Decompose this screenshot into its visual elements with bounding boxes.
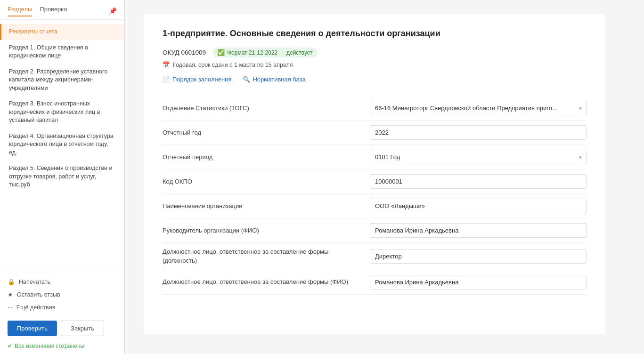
director-label: Руководитель организации (ФИО): [163, 226, 360, 235]
org-name-input-wrap: [370, 199, 587, 213]
status-text: Формат 21-12-2022 — действует: [227, 49, 313, 56]
field-org-name: Наименование организации: [163, 194, 587, 218]
form-title: 1-предприятие. Основные сведения о деяте…: [163, 28, 587, 39]
check-icon: ✔: [8, 343, 12, 349]
nav-item-razdel4[interactable]: Раздел 4. Организационная структура юрид…: [0, 129, 124, 161]
period-label: Отчетный период: [163, 153, 360, 161]
status-badge: ✅ Формат 21-12-2022 — действует: [212, 48, 318, 57]
field-okpo: Код ОКПО: [163, 169, 587, 194]
official-name-label: Должностное лицо, ответственное за соста…: [163, 278, 360, 286]
print-icon: 🔒: [8, 278, 15, 285]
close-button[interactable]: Закрыть: [61, 321, 104, 336]
doc-icon: 📄: [163, 76, 170, 83]
save-status: ✔ Все изменения сохранены: [0, 341, 124, 354]
field-official-title: Должностное лицо, ответственное за соста…: [163, 243, 587, 270]
official-title-input-wrap: [370, 249, 587, 264]
form-fields: Отделение Статистики (ТОГС) 66-16 Минагр…: [163, 96, 587, 294]
okpo-label: Код ОКПО: [163, 177, 360, 186]
save-status-text: Все изменения сохранены: [15, 343, 84, 349]
field-official-name: Должностное лицо, ответственное за соста…: [163, 270, 587, 295]
sidebar-nav: Реквизиты отчета Раздел 1. Общие сведени…: [0, 20, 124, 272]
nav-item-razdel5[interactable]: Раздел 5. Сведения о производстве и отгр…: [0, 161, 124, 193]
okpo-input[interactable]: [370, 174, 587, 189]
togs-label: Отделение Статистики (ТОГС): [163, 104, 360, 113]
year-input[interactable]: [370, 125, 587, 140]
year-label: Отчетный год: [163, 129, 360, 137]
main-content: 1-предприятие. Основные сведения о деяте…: [125, 0, 644, 354]
nav-item-razdel3[interactable]: Раздел 3. Взнос иностранных юридических …: [0, 96, 124, 129]
org-name-input[interactable]: [370, 199, 587, 213]
tab-razdely[interactable]: Разделы: [8, 6, 32, 16]
okud-label: ОКУД 0601009: [163, 49, 206, 56]
fill-order-label: Порядок заполнения: [172, 76, 231, 83]
official-title-label: Должностное лицо, ответственное за соста…: [163, 248, 360, 265]
period-select[interactable]: 0101 Год: [370, 150, 587, 164]
deadline-text: Годовая, срок сдачи с 1 марта по 15 апре…: [173, 62, 293, 68]
print-action[interactable]: 🔒 Напечатать: [8, 277, 117, 287]
nav-item-rekvizity[interactable]: Реквизиты отчета: [0, 24, 124, 40]
year-input-wrap: [370, 125, 587, 140]
tab-proverka[interactable]: Проверка: [40, 6, 67, 16]
search-icon: 🔍: [243, 76, 250, 83]
official-title-input[interactable]: [370, 249, 587, 264]
star-icon: ★: [8, 291, 13, 298]
normative-link[interactable]: 🔍 Нормативная база: [243, 76, 305, 83]
field-period: Отчетный период 0101 Год ▾: [163, 145, 587, 169]
more-action[interactable]: ··· Ещё действия: [8, 302, 117, 312]
nav-item-razdel2[interactable]: Раздел 2. Распределение уставного капита…: [0, 64, 124, 97]
field-director: Руководитель организации (ФИО): [163, 218, 587, 243]
normative-label: Нормативная база: [253, 76, 305, 83]
okud-row: ОКУД 0601009 ✅ Формат 21-12-2022 — дейст…: [163, 48, 587, 57]
org-name-label: Наименование организации: [163, 202, 360, 210]
more-label: Ещё действия: [16, 304, 56, 311]
fill-order-link[interactable]: 📄 Порядок заполнения: [163, 76, 231, 83]
field-year: Отчетный год: [163, 121, 587, 145]
official-name-input[interactable]: [370, 275, 587, 290]
director-input-wrap: [370, 223, 587, 238]
more-icon: ···: [8, 304, 13, 311]
sidebar-actions: 🔒 Напечатать ★ Оставить отзыв ··· Ещё де…: [0, 272, 124, 317]
links-row: 📄 Порядок заполнения 🔍 Нормативная база: [163, 76, 587, 83]
deadline-row: 📅 Годовая, срок сдачи с 1 марта по 15 ап…: [163, 61, 587, 68]
sidebar-buttons: Проверить Закрыть: [0, 317, 124, 341]
official-name-input-wrap: [370, 275, 587, 290]
period-select-wrap: 0101 Год ▾: [370, 150, 587, 164]
check-button[interactable]: Проверить: [8, 321, 57, 336]
sidebar-header: Разделы Проверка 📌: [0, 0, 124, 20]
status-check-icon: ✅: [217, 49, 225, 56]
calendar-icon: 📅: [163, 61, 170, 68]
print-label: Напечатать: [19, 279, 50, 285]
togs-select-wrap: 66-16 Минагроторг Свердловской области П…: [370, 101, 587, 115]
togs-select[interactable]: 66-16 Минагроторг Свердловской области П…: [370, 101, 587, 115]
nav-item-razdel1[interactable]: Раздел 1. Общие сведения о юридическом л…: [0, 40, 124, 64]
okpo-input-wrap: [370, 174, 587, 189]
director-input[interactable]: [370, 223, 587, 238]
pin-icon[interactable]: 📌: [109, 7, 117, 15]
review-label: Оставить отзыв: [17, 291, 60, 298]
form-card: 1-предприятие. Основные сведения о деяте…: [144, 14, 605, 334]
sidebar: Разделы Проверка 📌 Реквизиты отчета Разд…: [0, 0, 125, 354]
field-togs: Отделение Статистики (ТОГС) 66-16 Минагр…: [163, 96, 587, 121]
review-action[interactable]: ★ Оставить отзыв: [8, 290, 117, 299]
